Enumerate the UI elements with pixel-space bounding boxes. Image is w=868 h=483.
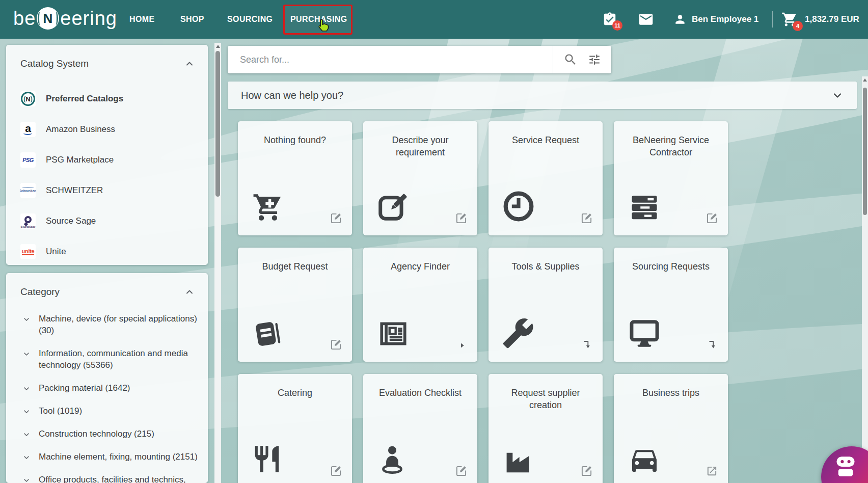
collapse-chevron-up-icon[interactable] [184, 59, 195, 69]
navbar-divider [772, 11, 773, 28]
tile-evaluation-checklist[interactable]: Evaluation Checklist [363, 374, 477, 483]
logo-text-suffix: eering [60, 8, 117, 30]
user-menu[interactable]: Ben Employee 1 [673, 0, 758, 39]
category-item-label: Packing material (1642) [39, 383, 130, 394]
tile-budget-request[interactable]: Budget Request [238, 248, 352, 362]
logo-arc-right [53, 12, 58, 25]
category-item-machine-device[interactable]: Machine, device (for special application… [6, 308, 208, 342]
sourcesage-icon: SourceSage [20, 213, 36, 229]
beneering-logo[interactable]: be N eering [13, 7, 117, 30]
tile-service-request[interactable]: Service Request [489, 121, 603, 235]
psg-icon: PSG [20, 152, 36, 168]
scrollbar-thumb[interactable] [215, 51, 220, 197]
edit-icon[interactable] [455, 465, 467, 479]
book-icon [251, 318, 284, 352]
category-item-information-communication[interactable]: Information, communication and media tec… [6, 342, 208, 377]
sidebar-item-schweitzer[interactable]: Schweitzer SCHWEITZER [6, 175, 208, 206]
arrow-turn-down-icon[interactable] [581, 339, 592, 353]
help-panel-title: How can we help you? [241, 90, 343, 101]
logo-circle-letter: N [43, 11, 53, 26]
category-item-label: Machine, device (for special application… [39, 313, 198, 337]
nav-item-sourcing[interactable]: SOURCING [227, 0, 273, 39]
caret-right-icon[interactable] [457, 340, 467, 353]
sidebar-item-preferred-catalogs[interactable]: (N) Preferred Catalogs [6, 84, 208, 114]
beneering-catalog-icon: (N) [20, 91, 36, 106]
tile-title: Service Request [489, 134, 603, 146]
open-in-new-icon[interactable] [706, 465, 718, 479]
edit-icon[interactable] [706, 212, 718, 226]
tile-title: Sourcing Requests [614, 260, 728, 273]
collapse-chevron-up-icon[interactable] [184, 287, 195, 297]
tile-title: Budget Request [238, 260, 352, 273]
sidebar-item-amazon-business[interactable]: a Amazon Business [6, 114, 208, 145]
monitor-icon [627, 317, 662, 352]
chevron-down-icon [22, 350, 31, 358]
mail-button[interactable] [638, 0, 654, 39]
search-input[interactable] [228, 55, 553, 65]
chevron-down-icon [22, 408, 31, 416]
chat-widget-button[interactable] [821, 446, 868, 483]
search-icon[interactable] [563, 52, 578, 67]
category-item-construction-technology[interactable]: Construction technology (215) [6, 423, 208, 446]
tile-title: Describe your requirement [363, 134, 477, 159]
top-navbar: be N eering HOME SHOP SOURCING PURCHASIN… [0, 0, 868, 39]
chevron-down-icon [22, 453, 31, 462]
filter-tune-icon[interactable] [588, 53, 601, 66]
unite-icon: unite [20, 244, 36, 259]
person-pin-icon [376, 442, 408, 478]
help-panel-header[interactable]: How can we help you? [228, 82, 857, 109]
edit-icon[interactable] [330, 465, 342, 479]
tile-beneering-service-contractor[interactable]: BeNeering Service Contractor [614, 121, 728, 235]
nav-item-home[interactable]: HOME [129, 0, 155, 39]
category-item-label: Machine element, fixing, mounting (2151) [39, 451, 198, 463]
chevron-down-icon [22, 315, 31, 324]
tile-title: Agency Finder [363, 260, 477, 273]
edit-icon[interactable] [581, 212, 592, 226]
tile-agency-finder[interactable]: Agency Finder [363, 248, 477, 362]
tile-tools-supplies[interactable]: Tools & Supplies [489, 248, 603, 362]
category-item-machine-element[interactable]: Machine element, fixing, mounting (2151) [6, 446, 208, 469]
sidebar-item-psg-marketplace[interactable]: PSG PSG Marketplace [6, 145, 208, 175]
edit-icon[interactable] [455, 212, 467, 226]
category-item-office-products[interactable]: Office products, facilities and technics… [6, 469, 208, 483]
scroll-up-arrow[interactable] [216, 45, 220, 48]
tile-nothing-found[interactable]: Nothing found? [238, 121, 352, 235]
tile-describe-requirement[interactable]: Describe your requirement [363, 121, 477, 235]
sidebar-scrollbar[interactable] [214, 43, 221, 483]
nav-item-purchasing[interactable]: PURCHASING [290, 0, 347, 39]
tile-business-trips[interactable]: Business trips [614, 374, 728, 483]
category-item-label: Office products, facilities and technics… [39, 474, 186, 483]
tasks-button[interactable]: 11 [602, 0, 617, 39]
tile-sourcing-requests[interactable]: Sourcing Requests [614, 248, 728, 362]
chevron-down-icon [22, 476, 31, 483]
scroll-up-arrow[interactable] [863, 78, 867, 82]
arrow-turn-down-icon[interactable] [707, 339, 718, 353]
tile-catering[interactable]: Catering [238, 374, 352, 483]
edit-icon[interactable] [330, 339, 342, 353]
tile-title: Nothing found? [238, 134, 352, 146]
tasks-badge: 11 [612, 20, 622, 31]
category-item-label: Information, communication and media tec… [39, 348, 198, 371]
page-scrollbar[interactable] [862, 76, 868, 483]
edit-icon[interactable] [330, 212, 342, 226]
category-item-tool[interactable]: Tool (1019) [6, 400, 208, 423]
sidebar-item-source-sage[interactable]: SourceSage Source Sage [6, 206, 208, 236]
category-item-packing-material[interactable]: Packing material (1642) [6, 377, 208, 400]
nav-item-shop[interactable]: SHOP [180, 0, 204, 39]
tile-request-supplier-creation[interactable]: Request supplier creation [489, 374, 603, 483]
scrollbar-thumb[interactable] [863, 88, 867, 215]
chevron-down-icon[interactable] [831, 89, 844, 101]
catalog-item-label: Source Sage [46, 216, 96, 226]
mail-icon [638, 11, 654, 28]
schweitzer-icon: Schweitzer [20, 183, 36, 198]
restaurant-icon [251, 442, 283, 478]
car-icon [627, 443, 662, 478]
edit-icon[interactable] [581, 465, 592, 479]
cart-button[interactable]: 4 1,832.79 EUR [781, 0, 859, 39]
catalog-item-label: Unite [46, 247, 66, 257]
sidebar-item-unite[interactable]: unite Unite [6, 236, 208, 265]
category-item-label: Construction technology (215) [39, 428, 154, 440]
category-title: Category [20, 286, 60, 298]
add-cart-icon [251, 192, 285, 225]
tile-title: BeNeering Service Contractor [614, 134, 728, 159]
